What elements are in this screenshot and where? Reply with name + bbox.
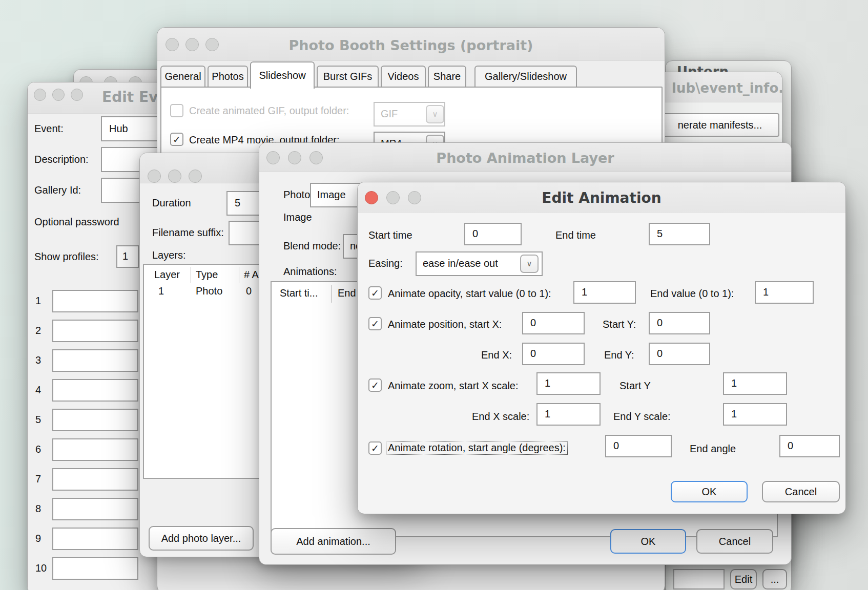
tab-share[interactable]: Share (428, 66, 466, 88)
position-start-y-input[interactable]: 0 (649, 312, 710, 334)
zoom-icon[interactable] (189, 170, 202, 183)
profile-row-input[interactable] (52, 349, 138, 372)
create-gif-checkbox[interactable] (170, 104, 183, 117)
end-time-label: End time (555, 229, 596, 241)
cancel-button[interactable]: Cancel (696, 529, 773, 554)
end-y-scale-label: End Y scale: (613, 411, 671, 423)
cancel-button[interactable]: Cancel (762, 481, 840, 502)
profile-row-label: 4 (35, 384, 41, 396)
profile-row-label: 8 (35, 503, 41, 515)
end-angle-label: End angle (690, 443, 736, 455)
layers-col-type[interactable]: Type (196, 269, 218, 281)
profile-row-label: 7 (35, 473, 41, 485)
easing-label: Easing: (368, 258, 403, 269)
position-end-x-input[interactable]: 0 (522, 343, 585, 365)
edit-animation-title: Edit Animation (358, 189, 845, 206)
zoom-start-y-input[interactable]: 1 (723, 372, 787, 395)
end-x-scale-label: End X scale: (472, 411, 529, 423)
animate-rotation-checkbox[interactable] (368, 441, 382, 455)
start-y-label: Start Y: (603, 319, 636, 330)
minimize-icon[interactable] (52, 89, 65, 101)
position-end-y-input[interactable]: 0 (649, 343, 710, 365)
create-mp4-checkbox[interactable] (170, 133, 183, 146)
end-time-input[interactable]: 5 (649, 223, 710, 245)
event-label: Event: (34, 123, 64, 135)
animate-opacity-checkbox[interactable] (368, 286, 382, 300)
profile-row-input[interactable] (52, 320, 138, 342)
end-y-label: End Y: (604, 349, 634, 361)
tab-slideshow[interactable]: Slideshow (250, 61, 315, 89)
easing-combo-chevron-icon[interactable] (520, 255, 539, 273)
gallery-id-label: Gallery Id: (34, 184, 81, 196)
tab-gallery-slideshow[interactable]: Gallery/Slideshow (474, 66, 577, 88)
layer-row-count[interactable]: 0 (246, 285, 252, 297)
minimize-icon[interactable] (168, 170, 181, 183)
zoom-start-y-label: Start Y (619, 380, 651, 392)
zoom-end-x-input[interactable]: 1 (536, 403, 601, 426)
profile-row-label: 5 (35, 414, 41, 426)
start-time-label: Start time (368, 229, 412, 241)
animate-zoom-checkbox[interactable] (368, 378, 382, 392)
profile-row-input[interactable] (52, 379, 138, 402)
rotation-end-input[interactable]: 0 (779, 435, 840, 457)
image-label: Image (283, 212, 312, 223)
start-time-input[interactable]: 0 (464, 223, 522, 245)
animations-col-end[interactable]: End (338, 287, 356, 299)
ok-button[interactable]: OK (671, 481, 748, 502)
tab-videos[interactable]: Videos (381, 66, 426, 88)
close-icon[interactable] (148, 170, 161, 183)
profile-row-label: 1 (35, 295, 41, 307)
layer-row-type[interactable]: Photo (196, 285, 222, 297)
animation-layer-title: Photo Animation Layer (259, 150, 791, 166)
create-gif-label: Create animated GIF, output folder: (189, 105, 349, 117)
opacity-end-input[interactable]: 1 (755, 281, 814, 304)
ok-button[interactable]: OK (610, 529, 686, 554)
add-photo-layer-button[interactable]: Add photo layer... (149, 526, 254, 551)
edit-button[interactable]: Edit (730, 569, 757, 589)
profile-row-label: 2 (35, 325, 41, 336)
animate-position-label: Animate position, start X: (388, 319, 502, 330)
back-right-field[interactable] (673, 569, 725, 589)
show-profiles-label: Show profiles: (34, 251, 99, 263)
profile-row-input[interactable] (52, 498, 138, 520)
profile-row-input[interactable] (52, 438, 138, 461)
add-animation-button[interactable]: Add animation... (271, 528, 396, 555)
animate-rotation-label: Animate rotation, start angle (degrees): (386, 441, 568, 455)
tab-photos[interactable]: Photos (208, 66, 248, 88)
animations-col-start-time[interactable]: Start ti... (280, 287, 318, 299)
event-info-title: lub\event_info.... (672, 80, 782, 96)
zoom-end-y-input[interactable]: 1 (723, 403, 787, 426)
opacity-end-label: End value (0 to 1): (650, 288, 734, 300)
duration-label: Duration (152, 197, 191, 209)
tab-burst-gifs[interactable]: Burst GIFs (317, 66, 379, 88)
close-icon[interactable] (34, 89, 46, 101)
profile-row-input[interactable] (52, 557, 138, 580)
animate-zoom-label: Animate zoom, start X scale: (388, 380, 519, 392)
animate-position-checkbox[interactable] (368, 317, 382, 330)
animations-label: Animations: (283, 266, 337, 278)
layers-col-layer[interactable]: Layer (154, 269, 180, 281)
profile-row-label: 3 (35, 354, 41, 366)
profile-row-input[interactable] (52, 468, 138, 491)
gif-folder-chevron-icon[interactable] (426, 105, 444, 123)
end-x-label: End X: (481, 349, 512, 361)
profile-row-input[interactable] (52, 409, 138, 431)
zoom-icon[interactable] (71, 89, 83, 101)
layers-col-animations[interactable]: # A (244, 269, 259, 281)
generate-manifests-button[interactable]: nerate manifests... (660, 113, 779, 137)
tab-general[interactable]: General (160, 66, 205, 88)
profile-row-input[interactable] (52, 528, 138, 550)
layer-row-number[interactable]: 1 (158, 285, 164, 297)
photo-label: Photo: (283, 189, 313, 201)
profile-row-label: 10 (35, 562, 47, 574)
ellipsis-button[interactable]: ... (762, 569, 787, 589)
photo-booth-title: Photo Booth Settings (portrait) (157, 37, 665, 53)
opacity-start-input[interactable]: 1 (573, 281, 636, 304)
show-profiles-input[interactable]: 1 (116, 245, 139, 268)
profile-row-input[interactable] (52, 290, 138, 312)
position-start-x-input[interactable]: 0 (522, 312, 585, 334)
rotation-start-input[interactable]: 0 (605, 435, 672, 457)
zoom-start-x-input[interactable]: 1 (536, 372, 601, 395)
blend-mode-label: Blend mode: (283, 240, 341, 252)
profile-row-label: 9 (35, 533, 41, 544)
